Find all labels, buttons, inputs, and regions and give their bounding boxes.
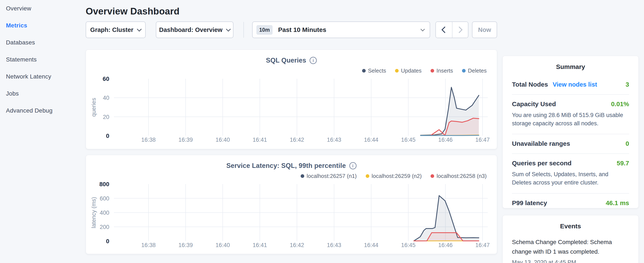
sidebar-item-network-latency[interactable]: Network Latency [0, 68, 85, 85]
summary-row: Total NodesView nodes list3 [512, 75, 629, 94]
svg-text:16:47: 16:47 [476, 137, 490, 143]
svg-text:40: 40 [103, 95, 109, 101]
summary-value: 46.1 ms [606, 199, 629, 207]
events-title: Events [512, 222, 629, 230]
prev-range-button[interactable] [436, 22, 452, 38]
svg-text:16:43: 16:43 [327, 242, 341, 248]
svg-text:200: 200 [100, 224, 109, 230]
svg-text:16:41: 16:41 [252, 242, 267, 248]
legend-dot-icon [462, 69, 466, 73]
svg-text:16:47: 16:47 [476, 242, 490, 248]
sidebar-item-metrics[interactable]: Metrics [0, 17, 85, 34]
svg-text:800: 800 [99, 181, 109, 187]
svg-text:16:40: 16:40 [216, 137, 230, 143]
sidebar-item-advanced-debug[interactable]: Advanced Debug [0, 102, 85, 119]
summary-row: Unavailable ranges0 [512, 134, 629, 153]
right-panel: Summary Total NodesView nodes list3Capac… [502, 56, 639, 263]
chart-title-row: Service Latency: SQL, 99th percentile i [86, 155, 497, 170]
graph-dropdown[interactable]: Graph: Cluster [86, 22, 146, 38]
summary-row-head: Unavailable ranges0 [512, 140, 629, 147]
sidebar-nav-list: OverviewMetricsDatabasesStatementsNetwor… [0, 0, 85, 119]
svg-text:16:44: 16:44 [364, 242, 378, 248]
service-latency-chart: 020040060080016:3816:3916:4016:4116:4216… [86, 181, 497, 252]
legend-item: Deletes [462, 68, 487, 74]
chart-title-row: SQL Queries i [86, 50, 497, 65]
summary-card: Summary Total NodesView nodes list3Capac… [502, 56, 639, 208]
legend-label: Deletes [468, 68, 487, 74]
sidebar-item-jobs[interactable]: Jobs [0, 85, 85, 102]
svg-text:16:45: 16:45 [401, 137, 416, 143]
events-list: Schema Change Completed: Schema change w… [512, 237, 629, 263]
info-icon[interactable]: i [349, 162, 356, 169]
sidebar: OverviewMetricsDatabasesStatementsNetwor… [0, 0, 85, 263]
svg-text:queries: queries [90, 98, 97, 117]
sidebar-item-statements[interactable]: Statements [0, 51, 85, 68]
legend-label: localhost:26257 (n1) [306, 173, 357, 179]
summary-description: You are using 28.6 MiB of 515.9 GiB usab… [512, 111, 629, 128]
summary-row-head: P99 latency46.1 ms [512, 199, 629, 207]
now-button[interactable]: Now [472, 22, 497, 38]
legend-label: Selects [368, 68, 386, 74]
sidebar-item-overview[interactable]: Overview [0, 0, 85, 17]
summary-label: Total Nodes [512, 81, 548, 88]
svg-text:20: 20 [103, 114, 109, 120]
summary-label: Queries per second [512, 160, 572, 167]
view-nodes-link[interactable]: View nodes list [552, 81, 597, 88]
summary-label: Unavailable ranges [512, 140, 570, 147]
summary-label: Capacity Used [512, 100, 556, 108]
svg-text:16:41: 16:41 [252, 137, 267, 143]
time-range-dropdown[interactable]: 10m Past 10 Minutes [252, 22, 430, 38]
summary-value: 59.7 [617, 160, 629, 167]
svg-text:16:40: 16:40 [216, 242, 230, 248]
page-title: Overview Dashboard [86, 6, 497, 17]
info-icon[interactable]: i [310, 57, 317, 64]
svg-text:400: 400 [100, 210, 109, 216]
event-text: Schema Change Completed: Schema change w… [512, 237, 629, 256]
svg-text:60: 60 [103, 76, 109, 82]
svg-text:16:46: 16:46 [438, 242, 453, 248]
svg-text:16:43: 16:43 [327, 137, 341, 143]
summary-row-head: Total NodesView nodes list3 [512, 81, 629, 88]
time-range-label: Past 10 Minutes [278, 26, 326, 34]
chevron-down-icon [226, 27, 231, 32]
legend-item: localhost:26257 (n1) [301, 173, 357, 179]
summary-title: Summary [512, 63, 629, 70]
legend-dot-icon [395, 69, 399, 73]
next-range-button[interactable] [452, 22, 468, 38]
chevron-down-icon [137, 27, 142, 32]
svg-text:16:38: 16:38 [142, 137, 156, 143]
dashboard-dropdown-label: Dashboard: Overview [159, 26, 222, 34]
legend-dot-icon [366, 174, 369, 178]
chevron-right-icon [456, 26, 463, 33]
sidebar-item-databases[interactable]: Databases [0, 34, 85, 51]
legend-item: Inserts [430, 68, 453, 74]
time-step-button-group [436, 22, 468, 38]
summary-row-head: Queries per second59.7 [512, 160, 629, 167]
svg-text:16:46: 16:46 [438, 137, 453, 143]
legend-dot-icon [362, 69, 366, 73]
dashboard-dropdown[interactable]: Dashboard: Overview [156, 22, 234, 38]
svg-text:16:44: 16:44 [364, 137, 378, 143]
svg-text:0: 0 [106, 238, 109, 244]
legend-dot-icon [430, 69, 434, 73]
summary-value: 0.01% [611, 100, 629, 108]
summary-value: 0 [626, 140, 629, 147]
summary-description: Sum of Selects, Updates, Inserts, and De… [512, 170, 629, 187]
svg-text:16:42: 16:42 [290, 137, 304, 143]
legend-label: localhost:26258 (n3) [436, 173, 487, 179]
legend-dot-icon [430, 174, 434, 178]
svg-text:16:45: 16:45 [401, 242, 416, 248]
legend-label: Updates [401, 68, 422, 74]
summary-rows: Total NodesView nodes list3Capacity Used… [512, 75, 629, 213]
events-card: Events Schema Change Completed: Schema c… [502, 215, 639, 263]
summary-value: 3 [626, 81, 629, 88]
legend-item: Selects [362, 68, 386, 74]
summary-row-head: Capacity Used0.01% [512, 100, 629, 108]
summary-row: P99 latency46.1 ms [512, 193, 629, 213]
legend-label: localhost:26259 (n2) [372, 173, 422, 179]
service-latency-card: Service Latency: SQL, 99th percentile i … [86, 155, 497, 254]
legend-item: localhost:26258 (n3) [430, 173, 487, 179]
svg-text:16:42: 16:42 [290, 242, 304, 248]
time-range-badge: 10m [256, 25, 272, 35]
event-item[interactable]: Schema Change Completed: Schema change w… [512, 237, 629, 263]
